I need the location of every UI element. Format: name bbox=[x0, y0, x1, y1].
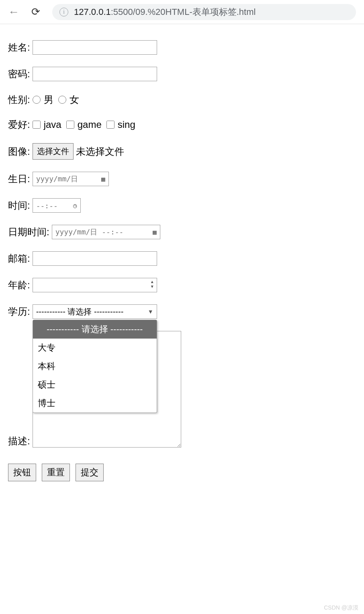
datetime-input[interactable]: yyyy/mm/日 --:-- ▦ bbox=[52, 225, 160, 239]
button-button[interactable]: 按钮 bbox=[8, 464, 36, 481]
education-option-benke[interactable]: 本科 bbox=[33, 357, 157, 376]
name-input[interactable] bbox=[33, 40, 157, 55]
hobby-java-checkbox[interactable] bbox=[33, 121, 41, 129]
image-row: 图像: 选择文件 未选择文件 bbox=[8, 143, 356, 160]
button-row: 按钮 重置 提交 bbox=[8, 464, 356, 481]
email-row: 邮箱: bbox=[8, 251, 356, 266]
gender-female-radio[interactable] bbox=[58, 96, 66, 104]
email-label: 邮箱: bbox=[8, 252, 30, 265]
gender-label: 性别: bbox=[8, 93, 30, 106]
address-url: 127.0.0.1:5500/09.%20HTML-表单项标签.html bbox=[74, 6, 256, 18]
password-label: 密码: bbox=[8, 68, 30, 80]
datetime-placeholder: yyyy/mm/日 --:-- bbox=[55, 227, 124, 237]
file-status: 未选择文件 bbox=[76, 145, 124, 158]
birthday-placeholder: yyyy/mm/日 bbox=[36, 174, 78, 184]
hobby-sing-label: sing bbox=[118, 119, 135, 130]
time-placeholder: --:-- bbox=[36, 201, 58, 210]
back-icon[interactable]: ← bbox=[8, 6, 19, 18]
age-row: 年龄: ▲ ▼ bbox=[8, 278, 356, 292]
chevron-down-icon: ▼ bbox=[148, 308, 153, 315]
gender-row: 性别: 男 女 bbox=[8, 93, 356, 106]
birthday-input[interactable]: yyyy/mm/日 ▦ bbox=[33, 172, 109, 186]
email-input[interactable] bbox=[33, 251, 157, 266]
file-choose-button[interactable]: 选择文件 bbox=[33, 143, 74, 160]
datetime-row: 日期时间: yyyy/mm/日 --:-- ▦ bbox=[8, 225, 356, 239]
hobby-label: 爱好: bbox=[8, 118, 30, 131]
description-label: 描述: bbox=[8, 435, 30, 448]
gender-male-label: 男 bbox=[44, 93, 53, 106]
calendar-icon[interactable]: ▦ bbox=[153, 228, 157, 236]
education-option-boshi[interactable]: 博士 bbox=[33, 394, 157, 413]
education-option-shuoshi[interactable]: 硕士 bbox=[33, 376, 157, 394]
education-dropdown: ----------- 请选择 ----------- 大专 本科 硕士 博士 bbox=[33, 320, 157, 413]
spinner-down-icon[interactable]: ▼ bbox=[150, 285, 154, 289]
url-path: :5500/09.%20HTML-表单项标签.html bbox=[111, 7, 256, 17]
education-row: 学历: ----------- 请选择 ----------- ▼ ------… bbox=[8, 304, 356, 319]
info-icon[interactable]: i bbox=[59, 8, 68, 16]
education-select[interactable]: ----------- 请选择 ----------- ▼ bbox=[33, 304, 157, 319]
hobby-game-label: game bbox=[78, 119, 102, 130]
calendar-icon[interactable]: ▦ bbox=[101, 175, 105, 183]
name-row: 姓名: bbox=[8, 40, 356, 55]
hobby-game-checkbox[interactable] bbox=[66, 121, 74, 129]
age-input[interactable]: ▲ ▼ bbox=[33, 278, 157, 292]
time-input[interactable]: --:-- ◷ bbox=[33, 198, 81, 213]
reset-button[interactable]: 重置 bbox=[42, 464, 70, 481]
gender-male-radio[interactable] bbox=[33, 96, 41, 104]
reload-icon[interactable]: ⟳ bbox=[31, 6, 40, 18]
image-label: 图像: bbox=[8, 145, 30, 158]
birthday-label: 生日: bbox=[8, 172, 30, 185]
education-option-dazhuan[interactable]: 大专 bbox=[33, 339, 157, 357]
education-label: 学历: bbox=[8, 305, 30, 318]
hobby-sing-checkbox[interactable] bbox=[106, 121, 115, 129]
address-bar[interactable]: i 127.0.0.1:5500/09.%20HTML-表单项标签.html bbox=[52, 4, 356, 20]
time-label: 时间: bbox=[8, 199, 30, 212]
time-row: 时间: --:-- ◷ bbox=[8, 198, 356, 213]
birthday-row: 生日: yyyy/mm/日 ▦ bbox=[8, 172, 356, 186]
browser-toolbar: ← ⟳ i 127.0.0.1:5500/09.%20HTML-表单项标签.ht… bbox=[0, 0, 364, 24]
hobby-row: 爱好: java game sing bbox=[8, 118, 356, 131]
name-label: 姓名: bbox=[8, 41, 30, 54]
submit-button[interactable]: 提交 bbox=[76, 464, 104, 481]
education-option-placeholder[interactable]: ----------- 请选择 ----------- bbox=[33, 320, 157, 339]
hobby-java-label: java bbox=[44, 119, 61, 130]
url-host: 127.0.0.1 bbox=[74, 7, 111, 17]
age-label: 年龄: bbox=[8, 279, 30, 292]
spinner-up-icon[interactable]: ▲ bbox=[150, 280, 154, 284]
number-spinner[interactable]: ▲ ▼ bbox=[150, 280, 154, 289]
gender-female-label: 女 bbox=[70, 93, 79, 106]
clock-icon[interactable]: ◷ bbox=[73, 202, 77, 209]
education-selected-value: ----------- 请选择 ----------- bbox=[36, 306, 124, 317]
datetime-label: 日期时间: bbox=[8, 226, 49, 238]
password-input[interactable] bbox=[33, 67, 157, 81]
password-row: 密码: bbox=[8, 67, 356, 81]
